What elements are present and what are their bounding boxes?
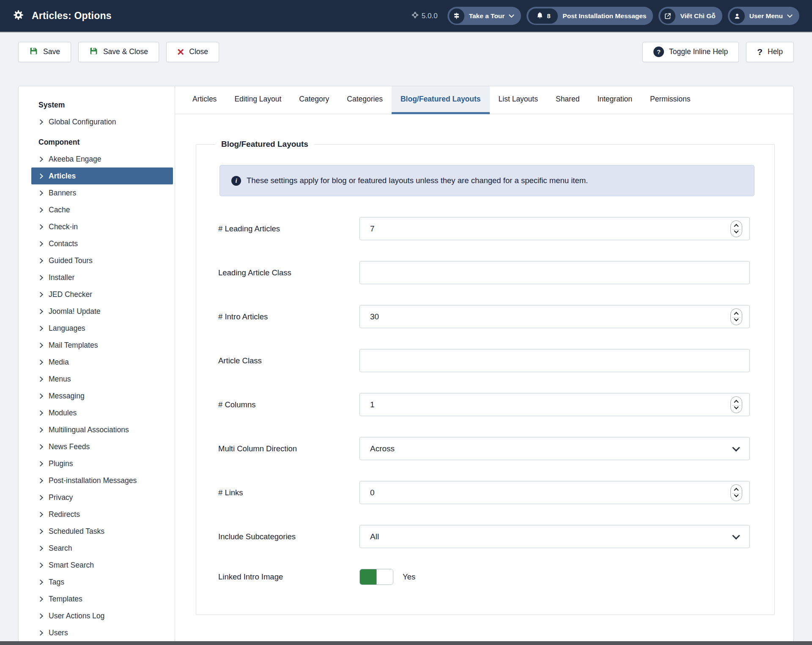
chevron-right-icon bbox=[38, 512, 43, 517]
blog-featured-layouts-panel: Blog/Featured Layouts These settings app… bbox=[175, 114, 793, 615]
info-alert: These settings apply for blog or feature… bbox=[219, 165, 754, 196]
sidebar-item-templates[interactable]: Templates bbox=[31, 590, 173, 607]
notification-count-badge: 8 bbox=[547, 12, 550, 19]
close-button[interactable]: Close bbox=[166, 42, 219, 62]
take-a-tour-button[interactable]: Take a Tour bbox=[447, 7, 521, 25]
sidebar-item-smart-search[interactable]: Smart Search bbox=[31, 557, 173, 574]
tab-articles[interactable]: Articles bbox=[184, 86, 225, 114]
sidebar-item-akeeba-engage[interactable]: Akeeba Engage bbox=[31, 151, 173, 167]
page-title: Articles: Options bbox=[32, 10, 112, 22]
sidebar-item-search[interactable]: Search bbox=[31, 540, 173, 557]
tab-editing-layout[interactable]: Editing Layout bbox=[225, 86, 290, 114]
sidebar-item-cache[interactable]: Cache bbox=[31, 201, 173, 218]
chevron-right-icon bbox=[38, 156, 43, 162]
chevron-right-icon bbox=[38, 596, 43, 602]
chevron-right-icon bbox=[38, 376, 43, 382]
post-installation-messages-button[interactable]: 8 Post Installation Messages bbox=[527, 7, 653, 25]
field-row-linked-intro-image: Linked Intro Image Yes bbox=[218, 569, 750, 585]
intro-articles-input[interactable] bbox=[359, 305, 750, 328]
multi-column-direction-select[interactable]: Across bbox=[359, 437, 750, 460]
field-label: Linked Intro Image bbox=[218, 572, 359, 582]
include-subcategories-select[interactable]: All bbox=[359, 525, 750, 548]
number-spinner[interactable] bbox=[730, 396, 742, 413]
save-button[interactable]: Save bbox=[18, 42, 71, 62]
app-header: Articles: Options 5.0.0 Take a Tour bbox=[0, 0, 812, 32]
sidebar-item-redirects[interactable]: Redirects bbox=[31, 506, 173, 523]
tab-categories[interactable]: Categories bbox=[338, 86, 392, 114]
number-spinner[interactable] bbox=[730, 308, 742, 325]
sidebar-item-scheduled-tasks[interactable]: Scheduled Tasks bbox=[31, 523, 173, 540]
field-label: Article Class bbox=[218, 356, 359, 365]
tab-permissions[interactable]: Permissions bbox=[641, 86, 699, 114]
user-icon bbox=[730, 8, 745, 24]
user-menu-button[interactable]: User Menu bbox=[728, 7, 799, 25]
toggle-inline-help-button[interactable]: Toggle Inline Help bbox=[642, 42, 739, 62]
sidebar-item-multilingual-associations[interactable]: Multilingual Associations bbox=[31, 421, 173, 438]
chevron-right-icon bbox=[38, 292, 43, 297]
chevron-right-icon bbox=[38, 546, 43, 551]
sidebar-item-articles[interactable]: Articles bbox=[31, 167, 173, 184]
sidebar-item-mail-templates[interactable]: Mail Templates bbox=[31, 337, 173, 354]
sidebar-item-guided-tours[interactable]: Guided Tours bbox=[31, 252, 173, 269]
chevron-down-icon bbox=[509, 12, 514, 18]
linked-intro-image-toggle[interactable] bbox=[359, 569, 393, 585]
leading-article-class-input[interactable] bbox=[359, 261, 750, 284]
tab-integration[interactable]: Integration bbox=[588, 86, 641, 114]
tab-list-layouts[interactable]: List Layouts bbox=[490, 86, 547, 114]
columns-input[interactable] bbox=[359, 393, 750, 416]
site-preview-button[interactable]: Viết Chì Gỗ bbox=[658, 7, 722, 25]
save-icon bbox=[89, 47, 98, 58]
sidebar-item-media[interactable]: Media bbox=[31, 354, 173, 371]
save-and-close-button[interactable]: Save & Close bbox=[78, 42, 159, 62]
sidebar-item-jed-checker[interactable]: JED Checker bbox=[31, 286, 173, 303]
chevron-right-icon bbox=[38, 258, 43, 263]
sidebar-item-news-feeds[interactable]: News Feeds bbox=[31, 438, 173, 455]
options-sidebar: System Global Configuration Component Ak… bbox=[19, 86, 175, 645]
field-label: # Intro Articles bbox=[218, 312, 359, 321]
sidebar-item-plugins[interactable]: Plugins bbox=[31, 455, 173, 472]
chevron-right-icon bbox=[38, 563, 43, 568]
help-button[interactable]: Help bbox=[746, 42, 794, 62]
number-spinner[interactable] bbox=[730, 220, 742, 237]
options-card: System Global Configuration Component Ak… bbox=[18, 86, 794, 645]
field-row-leading-articles: # Leading Articles bbox=[218, 217, 750, 240]
chevron-right-icon bbox=[38, 119, 43, 125]
tab-blog-featured-layouts[interactable]: Blog/Featured Layouts bbox=[392, 86, 490, 114]
chevron-right-icon bbox=[38, 224, 43, 230]
sidebar-item-global-configuration[interactable]: Global Configuration bbox=[31, 113, 173, 130]
sidebar-item-contacts[interactable]: Contacts bbox=[31, 235, 173, 252]
field-row-multi-column-direction: Multi Column Direction Across bbox=[218, 437, 750, 460]
number-spinner[interactable] bbox=[730, 484, 742, 501]
joomla-version: 5.0.0 bbox=[411, 11, 438, 21]
toggle-state-label: Yes bbox=[403, 572, 415, 582]
sidebar-item-user-actions-log[interactable]: User Actions Log bbox=[31, 607, 173, 624]
toolbar: Save Save & Close Close Toggle Inline He… bbox=[0, 32, 812, 72]
sidebar-item-banners[interactable]: Banners bbox=[31, 184, 173, 201]
horizontal-scrollbar[interactable] bbox=[0, 641, 812, 645]
sidebar-item-privacy[interactable]: Privacy bbox=[31, 489, 173, 506]
sidebar-item-menus[interactable]: Menus bbox=[31, 371, 173, 387]
article-class-input[interactable] bbox=[359, 349, 750, 372]
sidebar-item-users[interactable]: Users bbox=[31, 624, 173, 641]
links-input[interactable] bbox=[359, 481, 750, 504]
joomla-logo-icon bbox=[411, 11, 419, 21]
chevron-right-icon bbox=[38, 309, 43, 314]
sidebar-item-languages[interactable]: Languages bbox=[31, 320, 173, 337]
chevron-right-icon bbox=[38, 241, 43, 247]
chevron-right-icon bbox=[38, 529, 43, 534]
tab-category[interactable]: Category bbox=[290, 86, 338, 114]
sidebar-item-joomla-update[interactable]: Joomla! Update bbox=[31, 303, 173, 320]
chevron-right-icon bbox=[38, 478, 43, 483]
field-row-links: # Links bbox=[218, 481, 750, 504]
sidebar-item-modules[interactable]: Modules bbox=[31, 404, 173, 421]
field-row-columns: # Columns bbox=[218, 393, 750, 416]
sidebar-item-tags[interactable]: Tags bbox=[31, 574, 173, 590]
sidebar-item-post-installation-messages[interactable]: Post-installation Messages bbox=[31, 472, 173, 489]
leading-articles-input[interactable] bbox=[359, 217, 750, 240]
sidebar-item-check-in[interactable]: Check-in bbox=[31, 218, 173, 235]
chevron-right-icon bbox=[38, 326, 43, 331]
sidebar-item-installer[interactable]: Installer bbox=[31, 269, 173, 286]
bell-icon bbox=[536, 11, 544, 21]
tab-shared[interactable]: Shared bbox=[547, 86, 588, 114]
sidebar-item-messaging[interactable]: Messaging bbox=[31, 387, 173, 404]
